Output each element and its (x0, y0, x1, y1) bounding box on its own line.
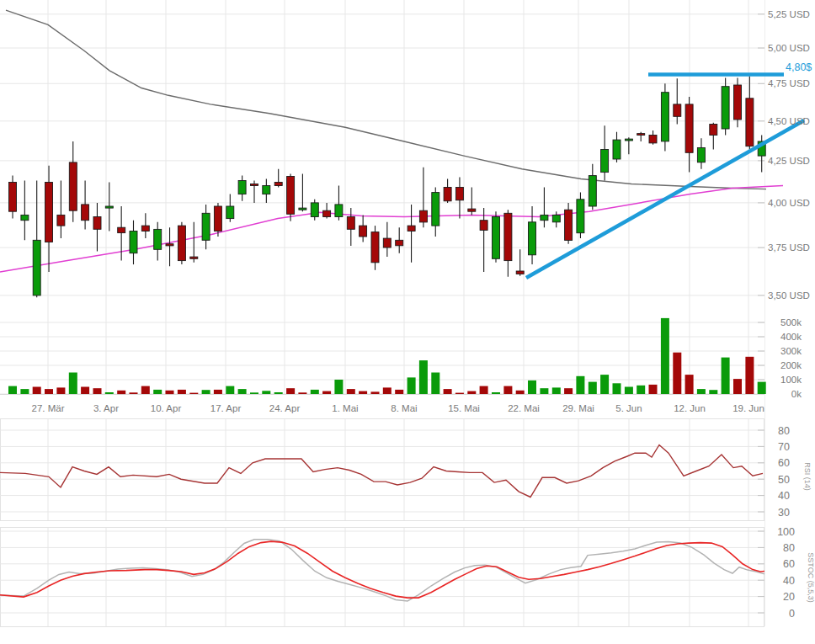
volume-bar (552, 387, 561, 394)
price-axis-label: 5,25 USD (768, 9, 810, 19)
candle (311, 203, 318, 217)
volume-bar (685, 375, 694, 394)
candle (408, 226, 415, 231)
stoch-axis-label: 20 (783, 591, 795, 603)
date-axis-label: 5. Jun (615, 403, 642, 413)
volume-bar (564, 388, 573, 394)
volume-bar (492, 392, 500, 394)
candle (625, 139, 632, 141)
volume-bar (226, 386, 234, 394)
volume-bar (600, 375, 609, 394)
date-axis-label: 1. Mai (332, 403, 358, 413)
price-axis-label: 3,50 USD (768, 290, 810, 301)
volume-bar (395, 390, 403, 394)
candle (746, 98, 754, 146)
volume-bar (262, 391, 270, 394)
date-axis-label: 27. Mär (32, 403, 65, 413)
candle (57, 215, 65, 226)
candle (21, 215, 29, 220)
volume-bar (8, 386, 17, 394)
candle (577, 200, 584, 233)
candle (263, 186, 270, 194)
date-axis-label: 17. Apr (210, 403, 242, 413)
volume-bar (540, 388, 548, 394)
rsi-axis-label: 50 (778, 474, 790, 486)
date-axis-label: 8. Mai (391, 403, 417, 413)
date-axis-label: 22. Mai (508, 403, 540, 413)
stoch-axis-label: 0 (789, 608, 795, 620)
candle (202, 213, 210, 240)
candle (552, 215, 560, 221)
candle (432, 193, 439, 226)
volume-bar (93, 388, 102, 394)
volume-bar (480, 386, 488, 394)
candle (178, 226, 185, 261)
volume-bar (238, 389, 247, 394)
candle (541, 215, 548, 220)
candle (190, 257, 198, 258)
volume-bar (298, 392, 306, 394)
rsi-line (0, 445, 763, 498)
volume-bar (347, 389, 355, 394)
volume-bar (153, 390, 162, 394)
volume-bar (733, 379, 742, 394)
candles (9, 77, 766, 298)
candle (166, 244, 173, 246)
volume-bar (661, 318, 669, 394)
volume-bar (722, 358, 730, 394)
candle (299, 208, 306, 210)
candle (396, 240, 403, 246)
volume-axis-label: 400k (780, 332, 802, 342)
candle (154, 229, 162, 249)
candle (45, 183, 53, 242)
stoch-axis-label: 80 (783, 542, 795, 554)
volume-bar (81, 387, 89, 395)
volume-bar (33, 387, 41, 395)
price-axis-label: 4,00 USD (768, 198, 810, 208)
volume-bar (359, 391, 367, 394)
volume-bar (613, 383, 621, 394)
date-axis-label: 10. Apr (151, 403, 182, 413)
stock-chart: 4,80$5,25 USD5,00 USD4,75 USD4,50 USD4,2… (0, 0, 815, 644)
indicator-panels (0, 419, 764, 627)
volume-bar (117, 391, 125, 394)
candle (214, 206, 221, 232)
candle (685, 104, 693, 152)
date-axis-label: 19. Jun (732, 403, 764, 413)
candle (323, 210, 331, 216)
volume-bar (758, 382, 766, 394)
stoch-panel-title: SSTOC (5,5,3) (807, 552, 815, 602)
date-axis-label: 15. Mai (448, 403, 480, 413)
volume-bar (45, 389, 53, 394)
chart-svg: 4,80$5,25 USD5,00 USD4,75 USD4,50 USD4,2… (0, 0, 815, 644)
volume-bar (673, 353, 681, 394)
rsi-panel-title: RSI (14) (803, 462, 812, 491)
candle (504, 213, 512, 260)
candle (118, 227, 125, 232)
volume-bar (371, 391, 380, 394)
stoch-axis-label: 100 (777, 526, 795, 538)
candle (722, 87, 729, 129)
candle (444, 188, 451, 201)
candle (589, 176, 596, 206)
volume-axis-label: 100k (780, 375, 802, 385)
rsi-panel (1, 419, 764, 521)
stoch-panel (1, 528, 764, 627)
volume-bar (383, 387, 392, 394)
volume-bar (431, 373, 439, 395)
candle (419, 210, 427, 222)
rsi-axis-label: 30 (778, 507, 790, 519)
stoch-axis-label: 40 (783, 575, 795, 587)
candle (82, 205, 89, 221)
candle (468, 209, 476, 211)
candle (360, 226, 367, 237)
volume-bar (576, 376, 584, 394)
candle (601, 150, 609, 173)
volume-bar (697, 389, 706, 394)
candle (141, 226, 149, 231)
sma-long-line (6, 10, 766, 189)
volume-bar (419, 360, 428, 394)
candle (93, 217, 101, 230)
volume-bar (20, 389, 29, 394)
volume-bar (637, 386, 645, 394)
